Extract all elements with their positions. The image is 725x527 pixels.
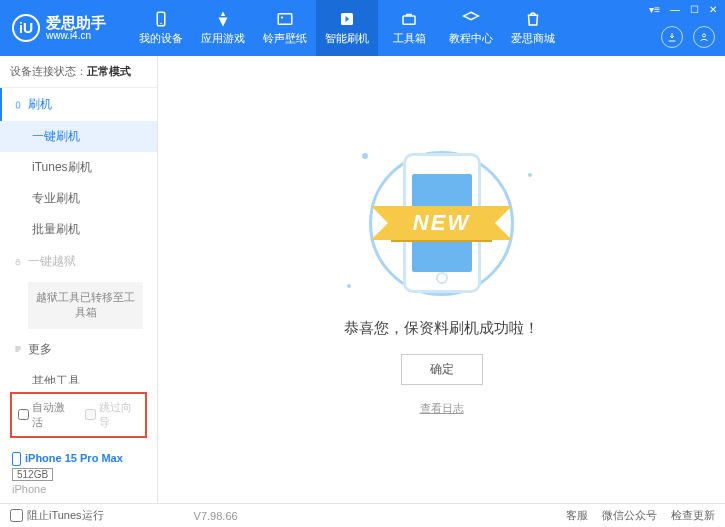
- svg-point-1: [160, 23, 162, 25]
- ok-button[interactable]: 确定: [401, 354, 483, 385]
- auto-activate-checkbox[interactable]: 自动激活: [18, 400, 73, 430]
- svg-rect-8: [16, 261, 20, 264]
- logo-icon: iU: [12, 14, 40, 42]
- nav-toolbox[interactable]: 工具箱: [378, 0, 440, 56]
- shop-icon: [524, 10, 542, 28]
- main-content: NEW 恭喜您，保资料刷机成功啦！ 确定 查看日志: [158, 56, 725, 503]
- app-url: www.i4.cn: [46, 30, 106, 42]
- sidebar-group-more[interactable]: 更多: [0, 333, 157, 366]
- phone-icon: [14, 101, 22, 109]
- success-message: 恭喜您，保资料刷机成功啦！: [344, 319, 539, 338]
- jailbreak-note: 越狱工具已转移至工具箱: [28, 282, 143, 329]
- menu-icon[interactable]: ▾≡: [649, 4, 660, 15]
- minimize-icon[interactable]: —: [670, 4, 680, 15]
- sidebar-item-other-tools[interactable]: 其他工具: [0, 366, 157, 384]
- nav-shop[interactable]: 爱思商城: [502, 0, 564, 56]
- footer-wechat[interactable]: 微信公众号: [602, 508, 657, 523]
- connection-status: 设备连接状态：正常模式: [0, 56, 157, 88]
- nav-my-device[interactable]: 我的设备: [130, 0, 192, 56]
- toolbox-icon: [400, 10, 418, 28]
- close-icon[interactable]: ✕: [709, 4, 717, 15]
- footer-update[interactable]: 检查更新: [671, 508, 715, 523]
- lock-icon: [14, 258, 22, 266]
- new-ribbon: NEW: [391, 206, 492, 240]
- device-model: iPhone: [12, 483, 145, 495]
- nav-ringtone[interactable]: 铃声壁纸: [254, 0, 316, 56]
- sidebar-group-flash[interactable]: 刷机: [0, 88, 157, 121]
- top-nav: 我的设备 应用游戏 铃声壁纸 智能刷机 工具箱 教程中心 爱思商城: [130, 0, 564, 56]
- list-icon: [14, 345, 22, 353]
- image-icon: [276, 10, 294, 28]
- svg-point-3: [281, 16, 283, 18]
- user-icon[interactable]: [693, 26, 715, 48]
- svg-rect-5: [403, 16, 415, 24]
- svg-point-6: [703, 34, 706, 37]
- download-icon[interactable]: [661, 26, 683, 48]
- sidebar: 设备连接状态：正常模式 刷机 一键刷机 iTunes刷机 专业刷机 批量刷机 一…: [0, 56, 158, 503]
- footer: 阻止iTunes运行 V7.98.66 客服 微信公众号 检查更新: [0, 503, 725, 527]
- maximize-icon[interactable]: ☐: [690, 4, 699, 15]
- skip-guide-checkbox[interactable]: 跳过向导: [85, 400, 140, 430]
- flash-icon: [338, 10, 356, 28]
- view-log-link[interactable]: 查看日志: [420, 401, 464, 416]
- tutorial-icon: [462, 10, 480, 28]
- block-itunes-checkbox[interactable]: 阻止iTunes运行: [10, 508, 104, 523]
- device-phone-icon: [12, 452, 21, 466]
- device-icon: [152, 10, 170, 28]
- svg-rect-2: [278, 14, 292, 25]
- device-storage: 512GB: [12, 468, 53, 481]
- app-title: 爱思助手: [46, 15, 106, 30]
- svg-rect-7: [16, 102, 19, 108]
- device-info: iPhone 15 Pro Max 512GB iPhone: [0, 446, 157, 503]
- version-label: V7.98.66: [194, 510, 238, 522]
- device-name: iPhone 15 Pro Max: [25, 452, 123, 464]
- sidebar-item-pro-flash[interactable]: 专业刷机: [0, 183, 157, 214]
- footer-support[interactable]: 客服: [566, 508, 588, 523]
- nav-flash[interactable]: 智能刷机: [316, 0, 378, 56]
- sidebar-item-itunes-flash[interactable]: iTunes刷机: [0, 152, 157, 183]
- sidebar-group-jailbreak[interactable]: 一键越狱: [0, 245, 157, 278]
- header: iU 爱思助手 www.i4.cn 我的设备 应用游戏 铃声壁纸 智能刷机 工具…: [0, 0, 725, 56]
- options-box: 自动激活 跳过向导: [10, 392, 147, 438]
- window-controls: ▾≡ — ☐ ✕: [649, 4, 717, 15]
- nav-apps[interactable]: 应用游戏: [192, 0, 254, 56]
- sidebar-item-batch-flash[interactable]: 批量刷机: [0, 214, 157, 245]
- sidebar-item-oneclick-flash[interactable]: 一键刷机: [0, 121, 157, 152]
- success-illustration: NEW: [342, 143, 542, 303]
- nav-tutorial[interactable]: 教程中心: [440, 0, 502, 56]
- apps-icon: [214, 10, 232, 28]
- logo[interactable]: iU 爱思助手 www.i4.cn: [8, 14, 106, 42]
